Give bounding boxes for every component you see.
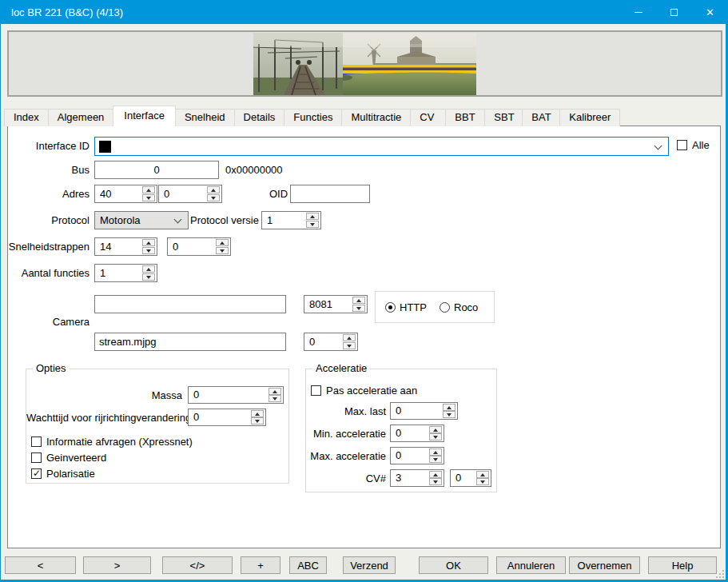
camera-port-spinner[interactable]: 8081: [304, 295, 368, 313]
spin-up-icon[interactable]: [476, 471, 489, 478]
radio-selected-icon[interactable]: [385, 302, 396, 313]
max-acceleratie-spinner[interactable]: 0: [390, 447, 444, 464]
spin-down-icon[interactable]: [251, 417, 264, 425]
chevron-down-icon[interactable]: [654, 142, 662, 150]
tab-algemeen[interactable]: Algemeen: [48, 109, 114, 126]
camera-type-http-radio[interactable]: HTTP: [385, 301, 427, 313]
next-button[interactable]: >: [83, 556, 151, 574]
massa-spinner[interactable]: 0: [188, 386, 284, 404]
spin-up-icon[interactable]: [429, 471, 442, 478]
opties-group-title: Opties: [33, 362, 70, 374]
alle-checkbox[interactable]: Alle: [677, 139, 710, 151]
spin-down-icon[interactable]: [142, 273, 155, 281]
adres-spinner-1[interactable]: 40: [94, 185, 157, 203]
maximize-button[interactable]: [656, 0, 692, 24]
verzend-button[interactable]: Verzend: [343, 556, 396, 574]
spin-down-icon[interactable]: [142, 247, 155, 254]
spin-down-icon[interactable]: [443, 411, 455, 418]
alle-checkbox-box[interactable]: [677, 140, 687, 150]
titlebar: loc BR 221 (B&C) (4/13) ✕: [0, 0, 728, 24]
spin-down-icon[interactable]: [269, 395, 281, 402]
abc-button[interactable]: ABC: [289, 556, 327, 574]
camera-url-input[interactable]: [94, 295, 286, 313]
tab-kalibreer[interactable]: Kalibreer: [559, 109, 620, 126]
spin-up-icon[interactable]: [343, 334, 356, 341]
tab-index[interactable]: Index: [4, 109, 49, 126]
resize-grip[interactable]: [715, 569, 724, 578]
protocol-versie-spinner[interactable]: 1: [261, 211, 321, 229]
close-button[interactable]: ✕: [692, 0, 728, 24]
spin-up-icon[interactable]: [216, 239, 229, 246]
aantal-functies-spinner[interactable]: 1: [94, 264, 157, 282]
checkbox-unchecked-icon[interactable]: [31, 452, 42, 463]
aantal-functies-label: Aantal functies: [8, 267, 90, 280]
wachttijd-spinner[interactable]: 0: [188, 409, 266, 426]
spin-up-icon[interactable]: [269, 388, 281, 395]
radio-unselected-icon[interactable]: [440, 302, 450, 313]
spin-down-icon[interactable]: [352, 305, 365, 312]
snelheidstrappen-spinner-1[interactable]: 14: [94, 237, 157, 256]
annuleren-button[interactable]: Annuleren: [496, 556, 566, 574]
adres-spinner-2[interactable]: 0: [158, 185, 222, 203]
tab-snelheid[interactable]: Snelheid: [175, 109, 235, 126]
spin-up-icon[interactable]: [443, 404, 455, 411]
spin-down-icon[interactable]: [429, 456, 442, 463]
camera-stream-input[interactable]: [94, 333, 286, 351]
checkbox-unchecked-icon[interactable]: [31, 436, 42, 447]
checkbox-checked-icon[interactable]: [31, 468, 42, 479]
cv-value-1: 3: [396, 472, 401, 484]
spin-up-icon[interactable]: [429, 448, 442, 456]
massa-label: Massa: [26, 389, 182, 402]
spin-up-icon[interactable]: [207, 186, 220, 193]
help-button[interactable]: Help: [648, 556, 717, 574]
chevron-down-icon[interactable]: [174, 216, 182, 224]
spin-down-icon[interactable]: [429, 433, 442, 440]
ok-button[interactable]: OK: [419, 556, 488, 574]
protocol-combobox[interactable]: Motorola: [94, 211, 189, 229]
interface-id-combobox[interactable]: [94, 137, 669, 156]
max-acceleratie-label: Max. acceleratie: [306, 450, 386, 463]
add-button[interactable]: +: [241, 556, 280, 574]
pas-acceleratie-checkbox[interactable]: Pas acceleratie aan: [311, 385, 417, 397]
tab-functies[interactable]: Functies: [284, 109, 342, 126]
spin-down-icon[interactable]: [343, 342, 356, 349]
camera-spinner-2[interactable]: 0: [304, 333, 358, 351]
polarisatie-checkbox[interactable]: Polarisatie: [31, 468, 95, 480]
spin-up-icon[interactable]: [142, 186, 155, 193]
spin-up-icon[interactable]: [142, 265, 155, 273]
tab-bat[interactable]: BAT: [522, 109, 560, 126]
spin-down-icon[interactable]: [306, 221, 319, 228]
tab-details[interactable]: Details: [234, 109, 285, 126]
overnemen-button[interactable]: Overnemen: [569, 556, 640, 574]
tab-interface[interactable]: Interface: [113, 106, 176, 126]
checkbox-unchecked-icon[interactable]: [311, 385, 321, 396]
tab-multitractie[interactable]: Multitractie: [341, 109, 411, 126]
spin-down-icon[interactable]: [429, 478, 442, 485]
max-last-spinner[interactable]: 0: [390, 402, 458, 420]
bus-input[interactable]: [94, 161, 219, 179]
tab-sbt[interactable]: SBT: [484, 109, 523, 126]
camera-type-roco-radio[interactable]: Roco: [440, 301, 478, 313]
cv-spinner-2[interactable]: 0: [450, 469, 491, 487]
spin-down-icon[interactable]: [216, 247, 229, 254]
oid-input[interactable]: [290, 185, 370, 203]
xpressnet-checkbox[interactable]: Informatie afvragen (Xpressnet): [31, 436, 193, 448]
prev-button[interactable]: <: [5, 556, 76, 574]
snelheidstrappen-spinner-2[interactable]: 0: [167, 237, 231, 256]
minimize-button[interactable]: [620, 0, 656, 24]
spin-down-icon[interactable]: [142, 194, 155, 201]
code-button[interactable]: </>: [162, 556, 233, 574]
spin-up-icon[interactable]: [429, 426, 442, 433]
tab-cv[interactable]: CV: [410, 109, 446, 126]
spin-up-icon[interactable]: [352, 297, 365, 304]
tab-bbt[interactable]: BBT: [445, 109, 485, 126]
bus-label: Bus: [8, 164, 90, 177]
spin-down-icon[interactable]: [476, 478, 489, 485]
spin-up-icon[interactable]: [142, 239, 155, 246]
spin-up-icon[interactable]: [251, 410, 264, 417]
geinverteerd-checkbox[interactable]: Geinverteerd: [31, 452, 106, 464]
spin-down-icon[interactable]: [207, 194, 220, 201]
min-acceleratie-spinner[interactable]: 0: [390, 425, 444, 442]
spin-up-icon[interactable]: [306, 213, 319, 220]
cv-spinner-1[interactable]: 3: [390, 469, 444, 487]
